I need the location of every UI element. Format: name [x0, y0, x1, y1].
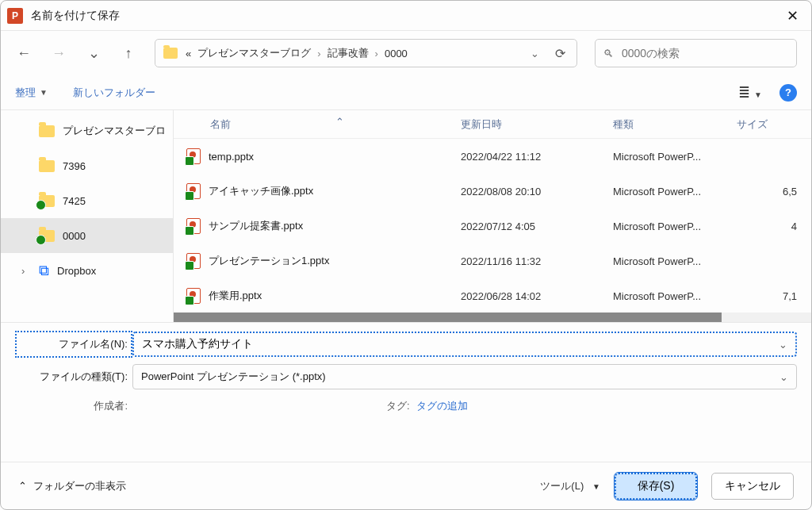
file-row[interactable]: アイキャッチ画像.pptx 2022/08/08 20:10 Microsoft… — [174, 174, 811, 209]
crumb-more[interactable]: « — [186, 48, 191, 59]
file-type: Microsoft PowerP... — [613, 186, 737, 197]
file-date: 2022/04/22 11:12 — [461, 151, 613, 163]
file-date: 2022/07/12 4:05 — [461, 220, 613, 232]
folder-icon — [39, 195, 55, 207]
view-options-button[interactable]: ≣ ▼ — [738, 84, 762, 102]
pptx-icon — [186, 183, 201, 199]
app-icon: P — [7, 8, 23, 24]
search-icon: 🔍︎ — [603, 48, 614, 59]
filetype-value: PowerPoint プレゼンテーション (*.pptx) — [141, 370, 326, 384]
search-input[interactable] — [622, 47, 788, 59]
folder-tree[interactable]: プレゼンマスターブロ739674250000›⧉Dropbox — [1, 110, 174, 322]
col-date[interactable]: 更新日時 — [461, 117, 613, 132]
file-name: サンプル提案書.pptx — [209, 219, 303, 233]
window-title: 名前を付けて保存 — [31, 9, 120, 23]
file-type: Microsoft PowerP... — [613, 255, 737, 267]
save-button[interactable]: 保存(S) — [615, 473, 697, 500]
author-label: 作成者: — [15, 399, 132, 413]
folder-icon — [163, 48, 178, 59]
col-size[interactable]: サイズ — [737, 117, 811, 132]
filetype-combo[interactable]: PowerPoint プレゼンテーション (*.pptx) ⌄ — [132, 364, 797, 389]
file-list-panel: 名前 ⌃ 更新日時 種類 サイズ temp.pptx 2022/04/22 11… — [174, 110, 811, 322]
filename-combo[interactable]: ⌄ — [132, 332, 797, 357]
column-headers[interactable]: 名前 ⌃ 更新日時 種類 サイズ — [174, 110, 811, 139]
pptx-icon — [186, 253, 201, 269]
dropbox-icon: ⧉ — [39, 263, 49, 279]
file-date: 2022/08/08 20:10 — [461, 186, 613, 197]
sidebar-item[interactable]: プレゼンマスターブロ — [1, 113, 173, 148]
sidebar-item-label: 7396 — [63, 160, 86, 172]
crumb-3[interactable]: 0000 — [385, 48, 408, 59]
address-bar[interactable]: « プレゼンマスターブログ › 記事改善 › 0000 ⌄ ⟳ — [155, 39, 577, 67]
file-name: プレゼンテーション1.pptx — [209, 254, 329, 268]
refresh-button[interactable]: ⟳ — [547, 46, 569, 61]
sidebar-item[interactable]: 7425 — [1, 183, 173, 218]
add-tag-link[interactable]: タグの追加 — [416, 399, 468, 413]
file-row[interactable]: temp.pptx 2022/04/22 11:12 Microsoft Pow… — [174, 139, 811, 174]
pptx-icon — [186, 218, 201, 234]
file-row[interactable]: プレゼンテーション1.pptx 2022/11/16 11:32 Microso… — [174, 243, 811, 278]
help-button[interactable]: ? — [779, 84, 797, 102]
crumb-2[interactable]: 記事改善 — [327, 46, 369, 60]
chevron-right-icon: › — [317, 48, 320, 59]
back-button[interactable]: ← — [15, 45, 33, 62]
chevron-down-icon[interactable]: ⌄ — [779, 339, 787, 351]
file-date: 2022/06/28 14:02 — [461, 290, 613, 302]
horizontal-scrollbar[interactable] — [174, 313, 811, 322]
address-dropdown[interactable]: ⌄ — [530, 48, 539, 59]
close-button[interactable]: ✕ — [779, 3, 805, 29]
file-date: 2022/11/16 11:32 — [461, 255, 613, 267]
file-name: temp.pptx — [209, 151, 254, 163]
filename-input[interactable] — [142, 338, 787, 351]
file-rows[interactable]: temp.pptx 2022/04/22 11:12 Microsoft Pow… — [174, 139, 811, 313]
file-type: Microsoft PowerP... — [613, 290, 737, 302]
sort-indicator-icon: ⌃ — [335, 116, 344, 128]
file-name: 作業用.pptx — [209, 289, 262, 303]
file-size: 4 — [737, 220, 811, 232]
forward-button[interactable]: → — [50, 45, 67, 62]
navbar: ← → ⌄ ↑ « プレゼンマスターブログ › 記事改善 › 0000 ⌄ ⟳ … — [1, 31, 811, 75]
recent-dropdown[interactable]: ⌄ — [85, 44, 102, 62]
sidebar-item[interactable]: 7396 — [1, 148, 173, 183]
titlebar: P 名前を付けて保存 ✕ — [1, 1, 811, 31]
file-size: 6,5 — [737, 186, 811, 197]
chevron-right-icon: › — [375, 48, 378, 59]
sidebar-item-dropbox[interactable]: ›⧉Dropbox — [1, 253, 173, 288]
file-type: Microsoft PowerP... — [613, 151, 737, 163]
sidebar-item-label: 7425 — [63, 195, 86, 207]
cancel-button[interactable]: キャンセル — [711, 473, 794, 500]
file-type: Microsoft PowerP... — [613, 220, 737, 232]
file-name: アイキャッチ画像.pptx — [209, 184, 313, 198]
footer: ⌃ フォルダーの非表示 ツール(L) ▼ 保存(S) キャンセル — [1, 462, 811, 509]
folder-icon — [39, 160, 55, 172]
search-box[interactable]: 🔍︎ — [595, 39, 797, 67]
up-button[interactable]: ↑ — [120, 45, 137, 62]
filename-label: ファイル名(N): — [15, 331, 132, 358]
crumb-1[interactable]: プレゼンマスターブログ — [197, 46, 311, 60]
file-row[interactable]: 作業用.pptx 2022/06/28 14:02 Microsoft Powe… — [174, 278, 811, 313]
col-name[interactable]: 名前 ⌃ — [186, 117, 461, 132]
col-type[interactable]: 種類 — [613, 117, 737, 132]
chevron-up-icon: ⌃ — [18, 480, 27, 492]
pptx-icon — [186, 148, 201, 164]
organize-menu[interactable]: 整理▼ — [15, 86, 48, 100]
scrollbar-thumb[interactable] — [174, 313, 722, 322]
sidebar-item-label: Dropbox — [57, 265, 96, 277]
breadcrumb[interactable]: « プレゼンマスターブログ › 記事改善 › 0000 — [186, 46, 408, 60]
file-row[interactable]: サンプル提案書.pptx 2022/07/12 4:05 Microsoft P… — [174, 209, 811, 243]
sidebar-item-label: プレゼンマスターブロ — [63, 124, 166, 138]
chevron-right-icon[interactable]: › — [21, 265, 31, 277]
filetype-label: ファイルの種類(T): — [15, 370, 132, 384]
folder-icon — [39, 125, 55, 137]
chevron-down-icon[interactable]: ⌄ — [779, 371, 788, 383]
sidebar-item-label: 0000 — [63, 230, 86, 242]
pptx-icon — [186, 288, 201, 304]
sidebar-item[interactable]: 0000 — [1, 218, 173, 253]
hide-folders-toggle[interactable]: ⌃ フォルダーの非表示 — [18, 479, 126, 493]
new-folder-button[interactable]: 新しいフォルダー — [73, 86, 155, 100]
tag-label: タグ: — [386, 399, 410, 413]
save-form: ファイル名(N): ⌄ ファイルの種類(T): PowerPoint プレゼンテ… — [1, 323, 811, 435]
tools-menu[interactable]: ツール(L) ▼ — [540, 479, 600, 493]
main-area: プレゼンマスターブロ739674250000›⧉Dropbox 名前 ⌃ 更新日… — [1, 110, 811, 323]
toolbar: 整理▼ 新しいフォルダー ≣ ▼ ? — [1, 75, 811, 110]
